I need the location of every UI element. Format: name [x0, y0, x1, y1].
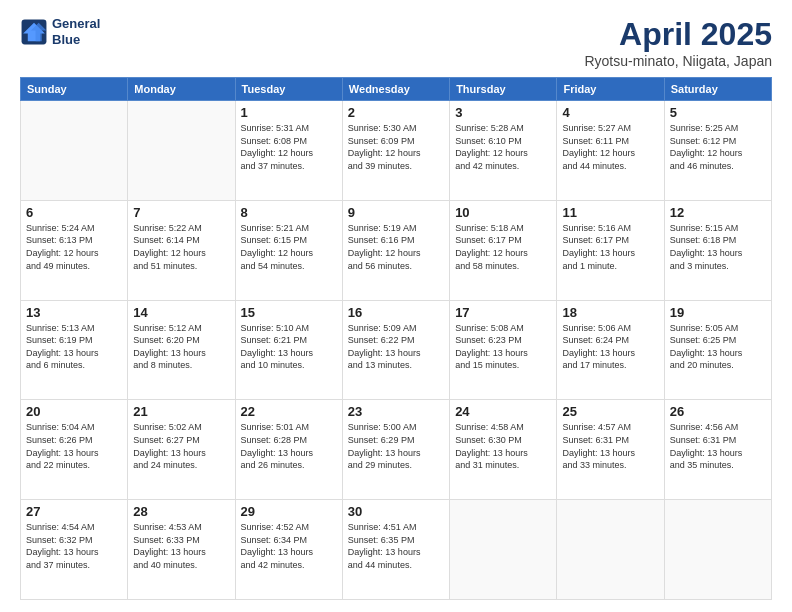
day-number: 28 [133, 504, 229, 519]
calendar-week-row: 6Sunrise: 5:24 AM Sunset: 6:13 PM Daylig… [21, 200, 772, 300]
cell-info: Sunrise: 5:06 AM Sunset: 6:24 PM Dayligh… [562, 322, 658, 372]
weekday-header: Tuesday [235, 78, 342, 101]
logo-icon [20, 18, 48, 46]
cell-info: Sunrise: 5:31 AM Sunset: 6:08 PM Dayligh… [241, 122, 337, 172]
day-number: 15 [241, 305, 337, 320]
calendar-cell: 12Sunrise: 5:15 AM Sunset: 6:18 PM Dayli… [664, 200, 771, 300]
calendar-cell: 27Sunrise: 4:54 AM Sunset: 6:32 PM Dayli… [21, 500, 128, 600]
cell-info: Sunrise: 5:18 AM Sunset: 6:17 PM Dayligh… [455, 222, 551, 272]
calendar-cell: 26Sunrise: 4:56 AM Sunset: 6:31 PM Dayli… [664, 400, 771, 500]
day-number: 26 [670, 404, 766, 419]
day-number: 6 [26, 205, 122, 220]
day-number: 9 [348, 205, 444, 220]
day-number: 13 [26, 305, 122, 320]
calendar-cell [557, 500, 664, 600]
day-number: 18 [562, 305, 658, 320]
calendar-cell: 7Sunrise: 5:22 AM Sunset: 6:14 PM Daylig… [128, 200, 235, 300]
day-number: 3 [455, 105, 551, 120]
calendar-header-row: SundayMondayTuesdayWednesdayThursdayFrid… [21, 78, 772, 101]
calendar-cell: 2Sunrise: 5:30 AM Sunset: 6:09 PM Daylig… [342, 101, 449, 201]
day-number: 1 [241, 105, 337, 120]
day-number: 16 [348, 305, 444, 320]
calendar-table: SundayMondayTuesdayWednesdayThursdayFrid… [20, 77, 772, 600]
cell-info: Sunrise: 5:04 AM Sunset: 6:26 PM Dayligh… [26, 421, 122, 471]
cell-info: Sunrise: 5:10 AM Sunset: 6:21 PM Dayligh… [241, 322, 337, 372]
cell-info: Sunrise: 4:52 AM Sunset: 6:34 PM Dayligh… [241, 521, 337, 571]
cell-info: Sunrise: 4:54 AM Sunset: 6:32 PM Dayligh… [26, 521, 122, 571]
calendar-cell: 17Sunrise: 5:08 AM Sunset: 6:23 PM Dayli… [450, 300, 557, 400]
logo: General Blue [20, 16, 100, 47]
cell-info: Sunrise: 5:13 AM Sunset: 6:19 PM Dayligh… [26, 322, 122, 372]
calendar-cell: 11Sunrise: 5:16 AM Sunset: 6:17 PM Dayli… [557, 200, 664, 300]
calendar-week-row: 1Sunrise: 5:31 AM Sunset: 6:08 PM Daylig… [21, 101, 772, 201]
calendar-cell: 24Sunrise: 4:58 AM Sunset: 6:30 PM Dayli… [450, 400, 557, 500]
weekday-header: Friday [557, 78, 664, 101]
calendar-cell: 8Sunrise: 5:21 AM Sunset: 6:15 PM Daylig… [235, 200, 342, 300]
header: General Blue April 2025 Ryotsu-minato, N… [20, 16, 772, 69]
calendar-week-row: 13Sunrise: 5:13 AM Sunset: 6:19 PM Dayli… [21, 300, 772, 400]
calendar-week-row: 27Sunrise: 4:54 AM Sunset: 6:32 PM Dayli… [21, 500, 772, 600]
day-number: 20 [26, 404, 122, 419]
cell-info: Sunrise: 5:21 AM Sunset: 6:15 PM Dayligh… [241, 222, 337, 272]
calendar-cell [21, 101, 128, 201]
weekday-header: Sunday [21, 78, 128, 101]
calendar-cell: 3Sunrise: 5:28 AM Sunset: 6:10 PM Daylig… [450, 101, 557, 201]
cell-info: Sunrise: 5:19 AM Sunset: 6:16 PM Dayligh… [348, 222, 444, 272]
day-number: 8 [241, 205, 337, 220]
day-number: 2 [348, 105, 444, 120]
cell-info: Sunrise: 5:12 AM Sunset: 6:20 PM Dayligh… [133, 322, 229, 372]
cell-info: Sunrise: 5:22 AM Sunset: 6:14 PM Dayligh… [133, 222, 229, 272]
calendar-cell: 18Sunrise: 5:06 AM Sunset: 6:24 PM Dayli… [557, 300, 664, 400]
logo-text: General Blue [52, 16, 100, 47]
calendar-week-row: 20Sunrise: 5:04 AM Sunset: 6:26 PM Dayli… [21, 400, 772, 500]
cell-info: Sunrise: 5:05 AM Sunset: 6:25 PM Dayligh… [670, 322, 766, 372]
subtitle: Ryotsu-minato, Niigata, Japan [584, 53, 772, 69]
weekday-header: Wednesday [342, 78, 449, 101]
main-title: April 2025 [584, 16, 772, 53]
cell-info: Sunrise: 5:00 AM Sunset: 6:29 PM Dayligh… [348, 421, 444, 471]
cell-info: Sunrise: 4:57 AM Sunset: 6:31 PM Dayligh… [562, 421, 658, 471]
calendar-cell: 28Sunrise: 4:53 AM Sunset: 6:33 PM Dayli… [128, 500, 235, 600]
title-block: April 2025 Ryotsu-minato, Niigata, Japan [584, 16, 772, 69]
calendar-cell: 25Sunrise: 4:57 AM Sunset: 6:31 PM Dayli… [557, 400, 664, 500]
day-number: 24 [455, 404, 551, 419]
day-number: 25 [562, 404, 658, 419]
calendar-cell: 16Sunrise: 5:09 AM Sunset: 6:22 PM Dayli… [342, 300, 449, 400]
day-number: 27 [26, 504, 122, 519]
calendar-cell: 6Sunrise: 5:24 AM Sunset: 6:13 PM Daylig… [21, 200, 128, 300]
calendar-body: 1Sunrise: 5:31 AM Sunset: 6:08 PM Daylig… [21, 101, 772, 600]
cell-info: Sunrise: 4:53 AM Sunset: 6:33 PM Dayligh… [133, 521, 229, 571]
cell-info: Sunrise: 5:24 AM Sunset: 6:13 PM Dayligh… [26, 222, 122, 272]
day-number: 21 [133, 404, 229, 419]
calendar-cell: 4Sunrise: 5:27 AM Sunset: 6:11 PM Daylig… [557, 101, 664, 201]
calendar-cell: 14Sunrise: 5:12 AM Sunset: 6:20 PM Dayli… [128, 300, 235, 400]
day-number: 22 [241, 404, 337, 419]
cell-info: Sunrise: 5:01 AM Sunset: 6:28 PM Dayligh… [241, 421, 337, 471]
day-number: 29 [241, 504, 337, 519]
cell-info: Sunrise: 5:27 AM Sunset: 6:11 PM Dayligh… [562, 122, 658, 172]
calendar-cell [450, 500, 557, 600]
calendar-cell: 29Sunrise: 4:52 AM Sunset: 6:34 PM Dayli… [235, 500, 342, 600]
day-number: 4 [562, 105, 658, 120]
calendar-cell: 21Sunrise: 5:02 AM Sunset: 6:27 PM Dayli… [128, 400, 235, 500]
calendar-cell: 15Sunrise: 5:10 AM Sunset: 6:21 PM Dayli… [235, 300, 342, 400]
calendar-cell: 9Sunrise: 5:19 AM Sunset: 6:16 PM Daylig… [342, 200, 449, 300]
day-number: 30 [348, 504, 444, 519]
cell-info: Sunrise: 4:56 AM Sunset: 6:31 PM Dayligh… [670, 421, 766, 471]
cell-info: Sunrise: 5:16 AM Sunset: 6:17 PM Dayligh… [562, 222, 658, 272]
cell-info: Sunrise: 5:30 AM Sunset: 6:09 PM Dayligh… [348, 122, 444, 172]
calendar-cell: 1Sunrise: 5:31 AM Sunset: 6:08 PM Daylig… [235, 101, 342, 201]
cell-info: Sunrise: 5:28 AM Sunset: 6:10 PM Dayligh… [455, 122, 551, 172]
day-number: 19 [670, 305, 766, 320]
cell-info: Sunrise: 4:58 AM Sunset: 6:30 PM Dayligh… [455, 421, 551, 471]
day-number: 23 [348, 404, 444, 419]
calendar-cell: 19Sunrise: 5:05 AM Sunset: 6:25 PM Dayli… [664, 300, 771, 400]
calendar-cell: 5Sunrise: 5:25 AM Sunset: 6:12 PM Daylig… [664, 101, 771, 201]
day-number: 14 [133, 305, 229, 320]
calendar-cell: 22Sunrise: 5:01 AM Sunset: 6:28 PM Dayli… [235, 400, 342, 500]
cell-info: Sunrise: 5:15 AM Sunset: 6:18 PM Dayligh… [670, 222, 766, 272]
calendar-cell: 30Sunrise: 4:51 AM Sunset: 6:35 PM Dayli… [342, 500, 449, 600]
day-number: 10 [455, 205, 551, 220]
cell-info: Sunrise: 5:08 AM Sunset: 6:23 PM Dayligh… [455, 322, 551, 372]
calendar-cell: 13Sunrise: 5:13 AM Sunset: 6:19 PM Dayli… [21, 300, 128, 400]
